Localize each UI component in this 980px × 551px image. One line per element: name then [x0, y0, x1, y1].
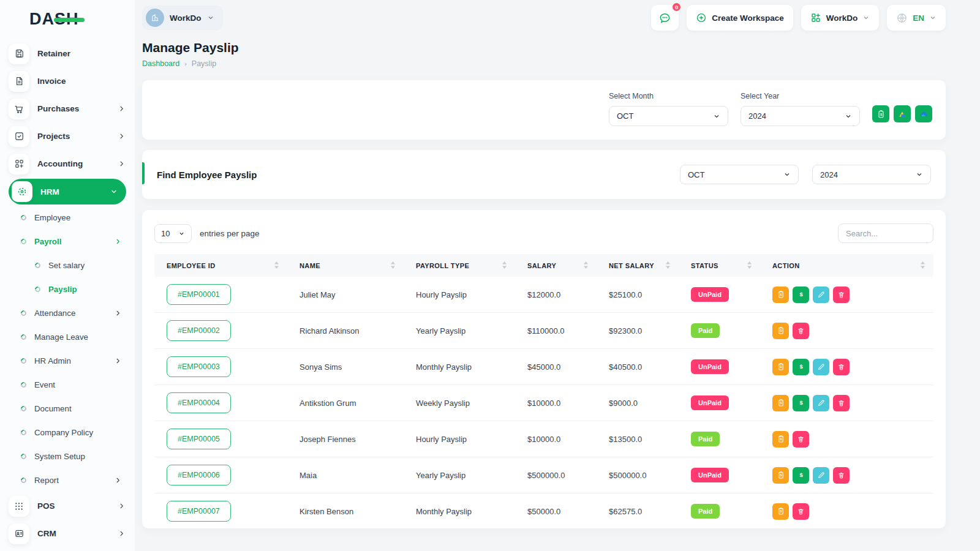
- payslip-button[interactable]: $: [772, 395, 789, 411]
- employee-name: Sonya Sims: [287, 362, 404, 372]
- delete-button[interactable]: [833, 287, 850, 303]
- trash-icon: [797, 327, 805, 335]
- column-header-label: EMPLOYEE ID: [167, 262, 216, 269]
- svg-text:$: $: [780, 437, 782, 441]
- sidebar-item-set-salary[interactable]: Set salary: [0, 253, 135, 277]
- delete-button[interactable]: [833, 359, 850, 375]
- svg-text:$: $: [780, 329, 782, 332]
- svg-text:$: $: [780, 293, 782, 296]
- employee-id-badge[interactable]: #EMP00002: [167, 320, 231, 341]
- payslip-export-icon: $: [876, 110, 886, 119]
- net-salary-value: $500000.0: [597, 471, 679, 480]
- payslip-button[interactable]: $: [772, 359, 789, 375]
- chevron-down-icon: [178, 230, 185, 237]
- sidebar-item-accounting[interactable]: Accounting: [0, 150, 135, 178]
- edit-button[interactable]: [813, 467, 829, 484]
- sidebar-item-crm[interactable]: CRM: [0, 520, 135, 547]
- employee-id-badge[interactable]: #EMP00005: [167, 429, 231, 449]
- edit-button[interactable]: [813, 287, 829, 303]
- delete-button[interactable]: [793, 503, 809, 520]
- sidebar-item-invoice[interactable]: Invoice: [0, 67, 135, 95]
- breadcrumb-dashboard-link[interactable]: Dashboard: [142, 59, 179, 68]
- chevron-right-icon: [115, 358, 121, 364]
- column-header-action[interactable]: ACTION: [760, 261, 933, 270]
- column-header-employee-id[interactable]: EMPLOYEE ID: [154, 261, 287, 270]
- sidebar-item-hr-admin[interactable]: HR Admin: [0, 349, 135, 373]
- employee-id-badge[interactable]: #EMP00006: [167, 465, 231, 485]
- sidebar-item-event[interactable]: Event: [0, 373, 135, 397]
- find-month-select[interactable]: OCT: [680, 165, 799, 184]
- bullet-icon: [34, 261, 42, 269]
- column-header-payroll-type[interactable]: PAYROLL TYPE: [404, 261, 515, 270]
- row-actions: $: [760, 503, 933, 520]
- delete-button[interactable]: [833, 395, 850, 411]
- entries-count-select[interactable]: 10: [154, 224, 192, 243]
- pay-button[interactable]: $: [793, 467, 809, 484]
- create-workspace-button[interactable]: Create Workspace: [687, 5, 793, 31]
- payslip-icon: $: [777, 399, 785, 407]
- find-card-title: Find Employee Payslip: [157, 170, 257, 180]
- column-header-label: NAME: [300, 262, 320, 269]
- find-year-select[interactable]: 2024: [812, 165, 931, 184]
- column-header-net-salary[interactable]: NET SALARY: [597, 261, 679, 270]
- svg-text:$: $: [780, 509, 782, 513]
- google-drive-export-button[interactable]: [894, 105, 911, 122]
- sidebar-item-hrm[interactable]: HRM: [9, 179, 126, 204]
- payslip-icon: $: [777, 362, 785, 371]
- sidebar-item-projects[interactable]: Projects: [0, 122, 135, 150]
- column-header-status[interactable]: STATUS: [679, 261, 760, 270]
- column-header-salary[interactable]: SALARY: [515, 261, 597, 270]
- payslip-button[interactable]: $: [772, 287, 789, 303]
- bullet-icon: [20, 238, 28, 246]
- bullet-icon: [20, 452, 28, 460]
- year-select[interactable]: 2024: [741, 106, 860, 126]
- delete-button[interactable]: [833, 467, 850, 484]
- sidebar-item-employee[interactable]: Employee: [0, 206, 135, 230]
- svg-text:$: $: [880, 113, 882, 116]
- salary-value: $110000.0: [515, 326, 597, 335]
- sidebar-item-pos[interactable]: POS: [0, 492, 135, 520]
- payslip-button[interactable]: $: [772, 467, 789, 484]
- table-row: #EMP00007Kirsten BensonMonthly Payslip$5…: [154, 493, 933, 528]
- pay-button[interactable]: $: [793, 395, 809, 411]
- sidebar-item-system-setup[interactable]: System Setup: [0, 444, 135, 468]
- sidebar-item-document[interactable]: Document: [0, 397, 135, 421]
- employee-id-badge[interactable]: #EMP00007: [167, 501, 231, 522]
- messages-button[interactable]: 0: [651, 5, 679, 31]
- employee-id-badge[interactable]: #EMP00004: [167, 392, 231, 413]
- payslip-button[interactable]: $: [772, 323, 789, 339]
- generate-payslip-button[interactable]: $: [872, 105, 889, 122]
- edit-button[interactable]: [813, 359, 829, 375]
- sidebar-item-attendance[interactable]: Attendance: [0, 301, 135, 325]
- svg-text:$: $: [799, 291, 803, 298]
- pay-button[interactable]: $: [793, 287, 809, 303]
- sidebar-item-retainer[interactable]: Retainer: [0, 40, 135, 67]
- search-input[interactable]: [838, 223, 933, 243]
- brand-logo[interactable]: DASH: [0, 0, 135, 30]
- language-button[interactable]: EN: [887, 5, 946, 31]
- edit-button[interactable]: [813, 395, 829, 411]
- workspace-switcher[interactable]: WorkDo: [142, 6, 223, 30]
- workspace-name: WorkDo: [170, 13, 202, 23]
- delete-button[interactable]: [793, 323, 809, 339]
- salary-value: $10000.0: [515, 435, 597, 444]
- payslip-button[interactable]: $: [772, 431, 789, 448]
- onedrive-export-button[interactable]: [915, 105, 932, 122]
- payslip-button[interactable]: $: [772, 503, 789, 520]
- pay-button[interactable]: $: [793, 359, 809, 375]
- sidebar-item-report[interactable]: Report: [0, 468, 135, 492]
- employee-id-badge[interactable]: #EMP00001: [167, 284, 231, 305]
- workdo-menu-button[interactable]: WorkDo: [801, 5, 880, 31]
- month-select[interactable]: OCT: [609, 106, 728, 126]
- column-header-name[interactable]: NAME: [287, 261, 404, 270]
- sidebar-item-company-policy[interactable]: Company Policy: [0, 421, 135, 444]
- sidebar-item-purchases[interactable]: Purchases: [0, 95, 135, 122]
- delete-button[interactable]: [793, 431, 809, 448]
- dollar-icon: $: [797, 362, 805, 371]
- employee-id-badge[interactable]: #EMP00003: [167, 356, 231, 377]
- create-workspace-label: Create Workspace: [712, 13, 784, 23]
- sidebar-item-payroll[interactable]: Payroll: [0, 230, 135, 253]
- sidebar-item-payslip[interactable]: Payslip: [0, 277, 135, 301]
- sidebar-item-manage-leave[interactable]: Manage Leave: [0, 325, 135, 349]
- bullet-icon: [34, 285, 42, 293]
